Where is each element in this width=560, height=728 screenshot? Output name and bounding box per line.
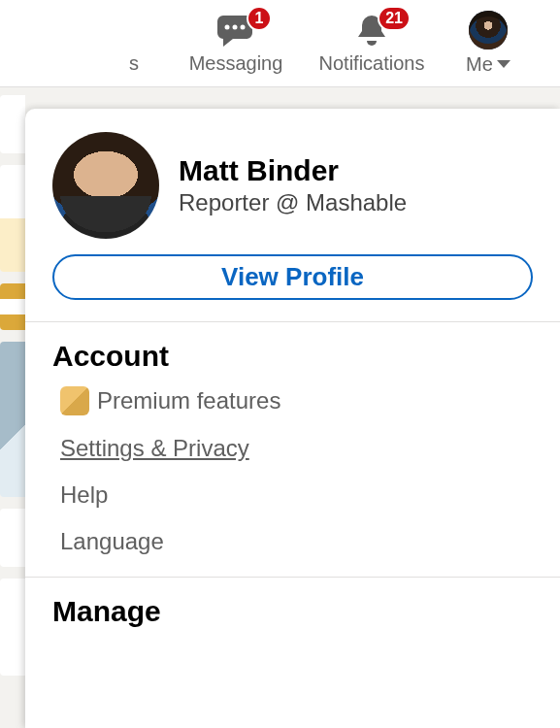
- me-label: Me: [466, 53, 493, 76]
- menu-label-settings: Settings & Privacy: [60, 435, 249, 462]
- premium-icon: [60, 386, 89, 415]
- svg-point-0: [225, 25, 230, 30]
- bell-icon: 21: [350, 12, 393, 50]
- profile-subtitle: Reporter @ Mashable: [179, 189, 407, 216]
- nav-item-me[interactable]: Me: [440, 11, 537, 76]
- nav-item-partial[interactable]: s: [129, 12, 168, 75]
- profile-header[interactable]: Matt Binder Reporter @ Mashable: [52, 132, 533, 239]
- manage-heading: Manage: [52, 595, 533, 628]
- nav-label-partial: s: [129, 52, 139, 75]
- divider: [25, 321, 560, 322]
- top-nav: s 1 Messaging 21 Notifications Me: [0, 0, 560, 87]
- notifications-badge: 21: [378, 6, 411, 31]
- nav-item-notifications[interactable]: 21 Notifications: [304, 12, 440, 75]
- background-stub: [0, 87, 25, 728]
- me-dropdown: Matt Binder Reporter @ Mashable View Pro…: [25, 109, 560, 728]
- messaging-label: Messaging: [189, 52, 283, 75]
- notifications-label: Notifications: [319, 52, 425, 75]
- svg-point-1: [233, 25, 238, 30]
- avatar-small: [469, 11, 508, 50]
- menu-label-help: Help: [60, 481, 108, 509]
- divider: [25, 577, 560, 578]
- menu-item-language[interactable]: Language: [60, 528, 533, 555]
- profile-name: Matt Binder: [179, 154, 407, 187]
- menu-item-premium[interactable]: Premium features: [60, 386, 533, 415]
- nav-item-messaging[interactable]: 1 Messaging: [168, 12, 304, 75]
- menu-label-premium: Premium features: [97, 387, 280, 414]
- menu-item-help[interactable]: Help: [60, 481, 533, 509]
- menu-item-settings-privacy[interactable]: Settings & Privacy: [60, 435, 533, 462]
- messaging-badge: 1: [247, 6, 272, 31]
- chevron-down-icon: [497, 60, 511, 68]
- avatar: [52, 132, 159, 239]
- account-menu: Premium features Settings & Privacy Help…: [60, 386, 533, 555]
- svg-point-2: [241, 25, 246, 30]
- menu-label-language: Language: [60, 528, 164, 555]
- view-profile-button[interactable]: View Profile: [52, 254, 533, 300]
- account-heading: Account: [52, 340, 533, 373]
- messaging-icon: 1: [214, 12, 258, 50]
